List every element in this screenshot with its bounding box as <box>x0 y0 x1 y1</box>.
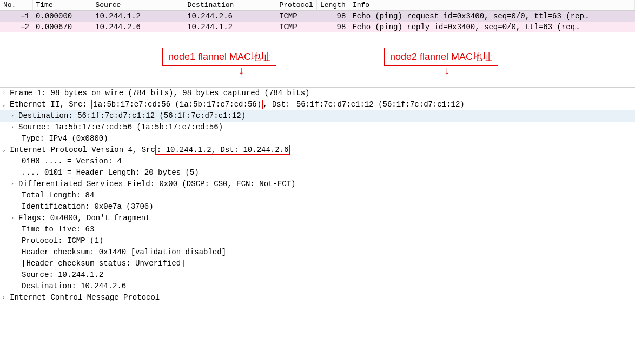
tree-ip-total[interactable]: Total Length: 84 <box>0 190 635 201</box>
tree-ip-ttl[interactable]: Time to live: 63 <box>0 224 635 235</box>
tree-eth-source[interactable]: ›Source: 1a:5b:17:e7:cd:56 (1a:5b:17:e7:… <box>0 122 635 133</box>
cell-source: 10.244.1.2 <box>92 11 184 22</box>
tree-ip-dsf[interactable]: ›Differentiated Services Field: 0x00 (DS… <box>0 178 635 190</box>
ip-prefix: Internet Protocol Version 4, Src <box>10 145 155 154</box>
col-header-info[interactable]: Info <box>349 0 634 11</box>
expander-collapsed-icon[interactable]: › <box>2 294 10 302</box>
packet-list-table[interactable]: No. Time Source Destination Protocol Len… <box>0 0 635 32</box>
col-header-source[interactable]: Source <box>92 0 184 11</box>
tree-ip-version[interactable]: 0100 .... = Version: 4 <box>0 156 635 167</box>
eth-mid: , Dst: <box>263 100 295 109</box>
tree-eth-dest-text: Destination: 56:1f:7c:d7:c1:12 (56:1f:7c… <box>18 111 246 120</box>
ip-box: : 10.244.1.2, Dst: 10.244.2.6 <box>155 145 290 155</box>
tree-frame-text: Frame 1: 98 bytes on wire (784 bits), 98… <box>10 89 310 97</box>
tree-ip-proto[interactable]: Protocol: ICMP (1) <box>0 235 635 247</box>
cell-no: 1 <box>25 12 29 21</box>
eth-prefix: Ethernet II, Src: <box>10 100 91 109</box>
request-arrow-icon: → <box>17 14 25 19</box>
tree-icmp[interactable]: ›Internet Control Message Protocol <box>0 292 635 303</box>
cell-protocol: ICMP <box>276 22 316 32</box>
expander-expanded-icon[interactable]: ⌄ <box>2 146 10 154</box>
cell-info: Echo (ping) reply id=0x3400, seq=0/0, tt… <box>349 22 634 32</box>
col-header-time[interactable]: Time <box>32 0 92 11</box>
expander-collapsed-icon[interactable]: › <box>11 112 18 120</box>
tree-ip-chksum-status[interactable]: [Header checksum status: Unverified] <box>0 258 635 269</box>
packet-list-header-row: No. Time Source Destination Protocol Len… <box>0 0 635 11</box>
tree-ip-hlen[interactable]: .... 0101 = Header Length: 20 bytes (5) <box>0 167 635 178</box>
annotation-node2: node2 flannel MAC地址 <box>384 48 498 66</box>
tree-eth-type[interactable]: Type: IPv4 (0x0800) <box>0 133 635 144</box>
tree-ip-src[interactable]: Source: 10.244.1.2 <box>0 269 635 281</box>
tree-ip-dst[interactable]: Destination: 10.244.2.6 <box>0 281 635 292</box>
tree-eth-dest[interactable]: ›Destination: 56:1f:7c:d7:c1:12 (56:1f:7… <box>0 110 635 122</box>
cell-info: Echo (ping) request id=0x3400, seq=0/0, … <box>349 11 634 22</box>
annotation-node1: node1 flannel MAC地址 <box>162 48 276 66</box>
cell-destination: 10.244.2.6 <box>184 11 276 22</box>
arrow-down-icon: ↓ <box>444 66 450 77</box>
tree-icmp-text: Internet Control Message Protocol <box>10 293 160 302</box>
cell-length: 98 <box>316 22 349 32</box>
expander-collapsed-icon[interactable]: › <box>2 89 10 97</box>
eth-src-box: 1a:5b:17:e7:cd:56 (1a:5b:17:e7:cd:56) <box>91 100 263 109</box>
annotation-layer: node1 flannel MAC地址 ↓ node2 flannel MAC地… <box>0 32 635 87</box>
col-header-destination[interactable]: Destination <box>184 0 276 11</box>
expander-collapsed-icon[interactable]: › <box>11 180 18 188</box>
cell-destination: 10.244.1.2 <box>184 22 276 32</box>
cell-time: 0.000000 <box>32 11 92 22</box>
tree-frame[interactable]: ›Frame 1: 98 bytes on wire (784 bits), 9… <box>0 88 635 99</box>
col-header-protocol[interactable]: Protocol <box>276 0 316 11</box>
table-row[interactable]: →1 0.000000 10.244.1.2 10.244.2.6 ICMP 9… <box>0 11 635 22</box>
tree-eth-type-text: Type: IPv4 (0x0800) <box>22 134 108 143</box>
tree-ip[interactable]: ⌄Internet Protocol Version 4, Src: 10.24… <box>0 144 635 156</box>
cell-protocol: ICMP <box>276 11 316 22</box>
col-header-no[interactable]: No. <box>0 0 32 11</box>
arrow-down-icon: ↓ <box>238 66 244 77</box>
eth-dst-box: 56:1f:7c:d7:c1:12 (56:1f:7c:d7:c1:12) <box>295 100 466 109</box>
packet-details-pane[interactable]: ›Frame 1: 98 bytes on wire (784 bits), 9… <box>0 87 635 303</box>
cell-length: 98 <box>316 11 349 22</box>
col-header-length[interactable]: Length <box>316 0 349 11</box>
table-row[interactable]: ←2 0.000670 10.244.2.6 10.244.1.2 ICMP 9… <box>0 22 635 32</box>
expander-collapsed-icon[interactable]: › <box>11 123 18 131</box>
cell-time: 0.000670 <box>32 22 92 32</box>
tree-ip-chksum[interactable]: Header checksum: 0x1440 [validation disa… <box>0 247 635 258</box>
cell-no: 2 <box>25 23 29 31</box>
tree-ethernet[interactable]: ⌄Ethernet II, Src: 1a:5b:17:e7:cd:56 (1a… <box>0 99 635 110</box>
tree-eth-source-text: Source: 1a:5b:17:e7:cd:56 (1a:5b:17:e7:c… <box>18 123 223 131</box>
tree-ip-id[interactable]: Identification: 0x0e7a (3706) <box>0 201 635 213</box>
cell-source: 10.244.2.6 <box>92 22 184 32</box>
expander-expanded-icon[interactable]: ⌄ <box>2 101 10 109</box>
tree-ip-flags[interactable]: ›Flags: 0x4000, Don't fragment <box>0 213 635 224</box>
expander-collapsed-icon[interactable]: › <box>11 214 18 222</box>
reply-arrow-icon: ← <box>17 24 25 30</box>
